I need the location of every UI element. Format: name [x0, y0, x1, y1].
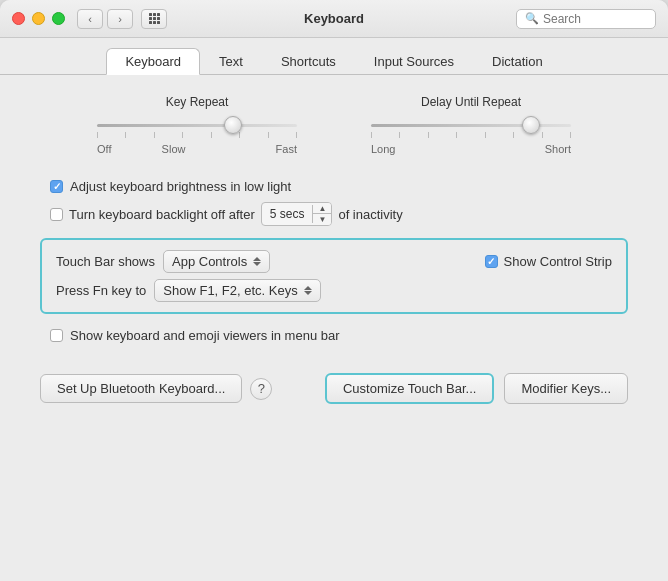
close-button[interactable] — [12, 12, 25, 25]
modifier-keys-button[interactable]: Modifier Keys... — [504, 373, 628, 404]
forward-button[interactable]: › — [107, 9, 133, 29]
delay-repeat-labels: Long Short — [371, 143, 571, 155]
key-repeat-slow-label: Slow — [162, 143, 186, 155]
delay-repeat-slider[interactable] — [371, 115, 571, 135]
brightness-row: Adjust keyboard brightness in low light — [40, 179, 628, 194]
viewers-row: Show keyboard and emoji viewers in menu … — [40, 328, 628, 343]
key-repeat-slider[interactable] — [97, 115, 297, 135]
bottom-row: Set Up Bluetooth Keyboard... ? Customize… — [40, 373, 628, 404]
delay-tick-marks — [371, 132, 571, 138]
search-input[interactable] — [543, 12, 647, 26]
inactivity-value: 5 secs — [262, 205, 314, 223]
stepper-down-button[interactable]: ▼ — [313, 214, 331, 225]
tab-text[interactable]: Text — [200, 48, 262, 75]
fn-key-value: Show F1, F2, etc. Keys — [163, 283, 297, 298]
fn-key-label: Press Fn key to — [56, 283, 146, 298]
tab-dictation[interactable]: Dictation — [473, 48, 562, 75]
key-repeat-track — [97, 124, 297, 127]
touch-bar-shows-value: App Controls — [172, 254, 247, 269]
nav-buttons: ‹ › — [77, 9, 167, 29]
key-repeat-left-label: Off — [97, 143, 111, 155]
back-button[interactable]: ‹ — [77, 9, 103, 29]
key-repeat-thumb[interactable] — [224, 116, 242, 134]
key-repeat-group: Key Repeat Off Slow Fast — [60, 95, 334, 155]
delay-until-repeat-label: Delay Until Repeat — [421, 95, 521, 109]
tab-input-sources[interactable]: Input Sources — [355, 48, 473, 75]
delay-left-label: Long — [371, 143, 395, 155]
search-icon: 🔍 — [525, 12, 539, 25]
backlight-row: Turn keyboard backlight off after 5 secs… — [40, 202, 628, 226]
touch-bar-shows-label: Touch Bar shows — [56, 254, 155, 269]
tab-bar: Keyboard Text Shortcuts Input Sources Di… — [0, 38, 668, 75]
tab-shortcuts[interactable]: Shortcuts — [262, 48, 355, 75]
key-repeat-labels: Off Slow Fast — [97, 143, 297, 155]
show-control-strip-checkbox[interactable] — [485, 255, 498, 268]
viewers-checkbox[interactable] — [50, 329, 63, 342]
delay-repeat-thumb[interactable] — [522, 116, 540, 134]
traffic-lights — [12, 12, 65, 25]
delay-repeat-track — [371, 124, 571, 127]
customize-touch-bar-button[interactable]: Customize Touch Bar... — [325, 373, 494, 404]
key-repeat-label: Key Repeat — [166, 95, 229, 109]
grid-button[interactable] — [141, 9, 167, 29]
help-button[interactable]: ? — [250, 378, 272, 400]
inactivity-stepper[interactable]: 5 secs ▲ ▼ — [261, 202, 333, 226]
delay-until-repeat-group: Delay Until Repeat Long Short — [334, 95, 608, 155]
minimize-button[interactable] — [32, 12, 45, 25]
grid-icon — [149, 13, 160, 24]
content-area: Key Repeat Off Slow Fast — [0, 74, 668, 581]
delay-right-label: Short — [545, 143, 571, 155]
stepper-up-button[interactable]: ▲ — [313, 203, 331, 214]
key-repeat-right-label: Fast — [276, 143, 297, 155]
right-buttons: Customize Touch Bar... Modifier Keys... — [325, 373, 628, 404]
tick-marks — [97, 132, 297, 138]
dropdown-arrow-icon — [253, 257, 261, 266]
backlight-label: Turn keyboard backlight off after — [69, 207, 255, 222]
brightness-label: Adjust keyboard brightness in low light — [70, 179, 291, 194]
bluetooth-button[interactable]: Set Up Bluetooth Keyboard... — [40, 374, 242, 403]
bluetooth-wrap: Set Up Bluetooth Keyboard... ? — [40, 374, 272, 403]
fn-dropdown-arrow-icon — [304, 286, 312, 295]
fn-key-row: Press Fn key to Show F1, F2, etc. Keys — [56, 279, 612, 302]
touch-bar-group: Touch Bar shows App Controls Show Contro… — [40, 238, 628, 314]
fn-key-dropdown[interactable]: Show F1, F2, etc. Keys — [154, 279, 320, 302]
titlebar: ‹ › Keyboard 🔍 — [0, 0, 668, 38]
show-control-strip-row: Show Control Strip — [485, 254, 612, 269]
stepper-buttons: ▲ ▼ — [313, 203, 331, 225]
maximize-button[interactable] — [52, 12, 65, 25]
tab-keyboard[interactable]: Keyboard — [106, 48, 200, 75]
viewers-label: Show keyboard and emoji viewers in menu … — [70, 328, 340, 343]
backlight-checkbox[interactable] — [50, 208, 63, 221]
touch-bar-shows-dropdown[interactable]: App Controls — [163, 250, 270, 273]
search-box[interactable]: 🔍 — [516, 9, 656, 29]
show-control-strip-label: Show Control Strip — [504, 254, 612, 269]
brightness-checkbox[interactable] — [50, 180, 63, 193]
window-title: Keyboard — [304, 11, 364, 26]
main-window: ‹ › Keyboard 🔍 Keyboard Text Shortcuts — [0, 0, 668, 581]
sliders-row: Key Repeat Off Slow Fast — [40, 95, 628, 155]
touch-bar-shows-row: Touch Bar shows App Controls Show Contro… — [56, 250, 612, 273]
inactivity-suffix: of inactivity — [338, 207, 402, 222]
